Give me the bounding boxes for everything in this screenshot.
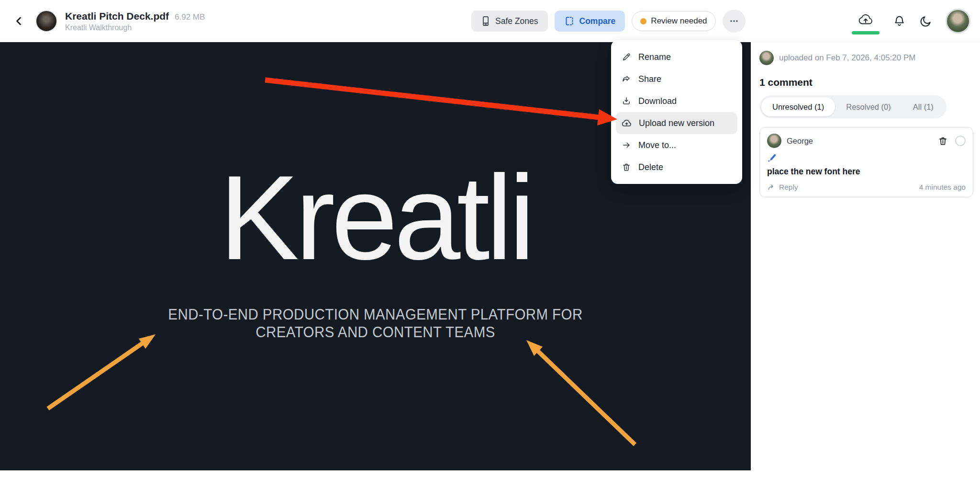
slide-tagline: END-TO-END PRODUCTION MANAGEMENT PLATFOR… — [0, 306, 751, 341]
pencil-icon — [622, 52, 631, 62]
file-titles: Kreatli Pitch Deck.pdf 6.92 MB Kreatli W… — [65, 11, 205, 32]
header-right — [852, 0, 970, 42]
more-options-button[interactable] — [723, 10, 746, 33]
app-window: Kreatli END-TO-END PRODUCTION MANAGEMENT… — [0, 0, 980, 479]
status-dot-icon — [640, 18, 646, 24]
safe-zones-label: Safe Zones — [495, 16, 538, 26]
trash-icon — [622, 162, 631, 172]
commenter-avatar — [767, 134, 781, 148]
header-left: Kreatli Pitch Deck.pdf 6.92 MB Kreatli W… — [11, 0, 205, 42]
header-controls: Safe Zones Compare Review needed — [471, 0, 746, 42]
delete-comment-button[interactable] — [938, 136, 948, 146]
review-status-badge[interactable]: Review needed — [632, 11, 715, 31]
dark-mode-button[interactable] — [919, 15, 932, 28]
cloud-upload-icon — [622, 119, 632, 128]
menu-item-download[interactable]: Download — [616, 90, 737, 112]
share-icon — [622, 74, 631, 84]
menu-item-label: Move to... — [638, 140, 676, 150]
safe-zones-button[interactable]: Safe Zones — [471, 11, 548, 32]
menu-item-label: Share — [638, 74, 661, 84]
reply-button[interactable]: Reply — [767, 183, 798, 192]
compare-label: Compare — [579, 16, 616, 26]
menu-item-label: Download — [638, 96, 677, 106]
chevron-left-icon — [13, 15, 25, 27]
user-avatar[interactable] — [946, 9, 970, 34]
notifications-button[interactable] — [893, 15, 906, 28]
menu-item-label: Rename — [638, 52, 671, 62]
moon-icon — [919, 15, 932, 28]
menu-item-share[interactable]: Share — [616, 68, 737, 90]
file-size: 6.92 MB — [175, 12, 205, 22]
uploaded-text: uploaded on Feb 7, 2026, 4:05:20 PM — [779, 53, 915, 63]
ellipsis-icon — [729, 16, 739, 26]
comment-actions — [938, 136, 966, 146]
compare-icon — [564, 16, 575, 26]
slide-tagline-line2: CREATORS AND CONTENT TEAMS — [30, 323, 721, 341]
comment-text: place the new font here — [767, 167, 966, 177]
uploader-avatar — [759, 51, 774, 65]
comments-sidebar: uploaded on Feb 7, 2026, 4:05:20 PM 1 co… — [751, 42, 980, 479]
header-bar: Kreatli Pitch Deck.pdf 6.92 MB Kreatli W… — [0, 0, 980, 42]
reply-label: Reply — [779, 183, 798, 192]
arrow-right-icon — [622, 140, 631, 150]
annotation-pencil-icon — [767, 153, 777, 162]
tab-resolved[interactable]: Resolved (0) — [835, 97, 902, 116]
phone-icon — [481, 16, 490, 26]
menu-item-delete[interactable]: Delete — [616, 156, 737, 178]
trash-icon — [938, 136, 948, 146]
file-title: Kreatli Pitch Deck.pdf — [65, 11, 169, 22]
commenter-name: George — [787, 137, 813, 146]
compare-button[interactable]: Compare — [555, 11, 625, 32]
menu-item-rename[interactable]: Rename — [616, 46, 737, 68]
menu-item-label: Delete — [638, 162, 663, 172]
back-button[interactable] — [11, 12, 28, 30]
comment-card: George place the new font here — [759, 127, 973, 197]
cloud-upload-icon — [858, 13, 873, 26]
menu-item-label: Upload new version — [639, 118, 714, 128]
upload-status-button[interactable] — [852, 13, 880, 34]
uploaded-info-row: uploaded on Feb 7, 2026, 4:05:20 PM — [759, 51, 972, 65]
comment-header: George — [767, 134, 966, 148]
comment-filter-tabs: Unresolved (1) Resolved (0) All (1) — [759, 95, 947, 118]
reply-arrow-icon — [767, 183, 776, 192]
context-menu: Rename Share Download Upload new version… — [611, 40, 742, 184]
bell-icon — [893, 15, 906, 28]
resolve-toggle[interactable] — [955, 136, 966, 146]
file-subtitle: Kreatli Walkthrough — [65, 23, 205, 32]
comment-timestamp: 4 minutes ago — [919, 183, 966, 192]
download-icon — [622, 96, 631, 106]
slide-tagline-line1: END-TO-END PRODUCTION MANAGEMENT PLATFOR… — [30, 306, 721, 323]
tab-unresolved[interactable]: Unresolved (1) — [761, 97, 835, 116]
file-thumbnail — [35, 10, 57, 32]
tab-all[interactable]: All (1) — [902, 97, 945, 116]
comments-heading: 1 comment — [759, 77, 972, 88]
upload-progress-bar — [852, 31, 880, 34]
status-label: Review needed — [651, 16, 707, 26]
menu-item-upload-new-version[interactable]: Upload new version — [616, 112, 737, 134]
annotation-marker-button[interactable] — [767, 153, 966, 162]
comment-footer: Reply 4 minutes ago — [767, 183, 966, 192]
menu-item-move-to[interactable]: Move to... — [616, 134, 737, 156]
